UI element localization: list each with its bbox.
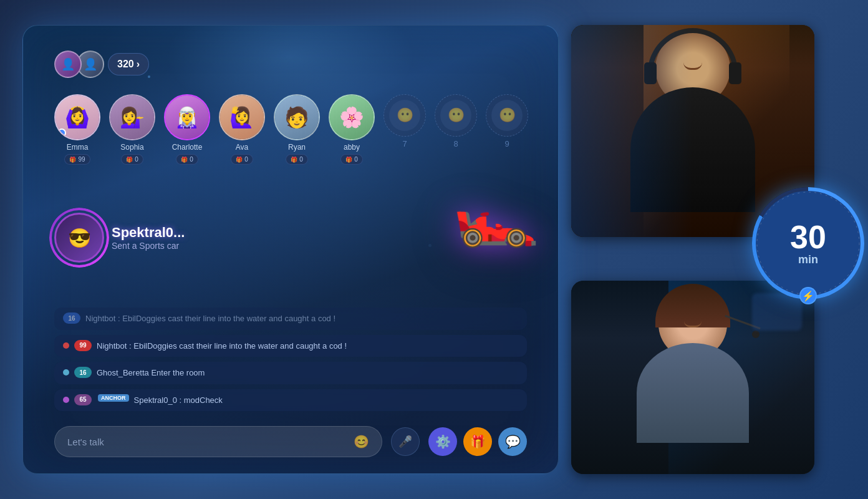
timer-value: 30 [790, 221, 826, 253]
badge-count-charlotte: 0 [190, 156, 193, 163]
placeholder-inner-7: 😶 [389, 100, 420, 131]
user-slot-9[interactable]: 😶 9 [486, 94, 528, 148]
user-ava[interactable]: 🙋‍♀️ Ava 🎁 0 [219, 94, 265, 165]
viewer-avatar-1: 👤 [54, 51, 82, 78]
chat-message-2: 99 Nightbot : EbilDoggies cast their lin… [54, 335, 527, 357]
user-emma[interactable]: 🙆‍♀️ Emma 🎁 99 [54, 94, 100, 165]
avatar-ryan: 🧑 [274, 94, 320, 140]
headphone-right [729, 62, 741, 84]
viewer-count-badge[interactable]: 320 › [108, 53, 149, 75]
level-number-1: 16 [68, 315, 75, 322]
gift-button[interactable]: 🎁 [463, 427, 492, 456]
user-badge-ryan: 🎁 0 [286, 154, 308, 165]
chat-input-wrapper[interactable]: Let's talk 😊 [54, 426, 382, 457]
avatar-placeholder-7: 😶 [383, 94, 426, 137]
chat-text-3: Ghost_Beretta Enter the room [97, 367, 205, 379]
chat-area: 16 Nightbot : EbilDoggies cast their lin… [54, 308, 527, 411]
photo-panel-bottom [571, 281, 814, 474]
photo-bottom-background [571, 281, 814, 474]
gift-icon-emma: 🎁 [69, 157, 76, 163]
user-abby[interactable]: 🌸 abby 🎁 0 [329, 94, 375, 165]
headset-mic [752, 331, 760, 338]
slot-number-8: 8 [453, 139, 458, 148]
action-buttons: ⚙️ 🎁 💬 [428, 427, 527, 456]
level-number-3: 16 [79, 369, 86, 376]
user-name-sophia: Sophia [120, 143, 143, 152]
chat-text-2: Nightbot : EbilDoggies cast their line i… [97, 340, 347, 352]
user-name-emma: Emma [67, 143, 89, 152]
gift-icon-ryan: 🎁 [291, 157, 297, 163]
car-visual: 🏎️ [454, 175, 539, 244]
user-badge-ava: 🎁 0 [231, 154, 253, 165]
gift-icon-charlotte: 🎁 [181, 157, 188, 163]
timer-unit: min [798, 253, 818, 266]
avatars-row: 🙆‍♀️ Emma 🎁 99 💁‍♀️ Sophia 🎁 0 [54, 94, 528, 165]
stream-panel: 👤 👤 320 › 🙆‍♀️ Emma 🎁 99 [22, 25, 559, 474]
user-slot-8[interactable]: 😶 8 [435, 94, 477, 148]
level-badge-2: 99 [74, 340, 92, 351]
chat-message-3: 16 Ghost_Beretta Enter the room [54, 362, 527, 384]
viewer-count: 320 [117, 59, 134, 70]
avatar-ava: 🙋‍♀️ [219, 94, 265, 140]
avatar-placeholder-8: 😶 [435, 94, 477, 137]
timer-bolt: ⚡ [799, 287, 817, 304]
avatar-placeholder-9: 😶 [486, 94, 528, 137]
level-number-2: 99 [79, 342, 86, 349]
user-name-charlotte: Charlotte [172, 143, 203, 152]
chat-text-4: Spektral0_0 : modCheck [134, 394, 223, 407]
placeholder-inner-8: 😶 [440, 100, 471, 131]
slot-number-7: 7 [402, 139, 407, 148]
gift-action-text: Sent a Sports car [112, 241, 185, 251]
level-number-4: 65 [79, 396, 86, 403]
face-charlotte: 🧝‍♀️ [165, 95, 209, 139]
chat-message-4: 65 ANCHOR Spektral0_0 : modCheck [54, 389, 527, 412]
viewer-bar: 👤 👤 320 › [54, 51, 149, 78]
user-sophia[interactable]: 💁‍♀️ Sophia 🎁 0 [109, 94, 155, 165]
level-badge-1: 16 [63, 312, 80, 324]
user-charlotte[interactable]: 🧝‍♀️ Charlotte 🎁 0 [164, 94, 210, 165]
user-badge-sophia: 🎁 0 [121, 154, 143, 165]
user-name-ava: Ava [236, 143, 248, 152]
chat-text-1: Nightbot : EbilDoggies cast their line i… [85, 312, 335, 325]
person-body-bottom [637, 343, 749, 443]
mic-button[interactable]: 🎤 [391, 427, 420, 456]
gift-avatar-wrapper: 😎 [54, 213, 104, 263]
online-indicator-emma [57, 128, 66, 137]
badge-count-ava: 0 [244, 156, 248, 163]
user-badge-abby: 🎁 0 [340, 154, 363, 165]
user-ryan[interactable]: 🧑 Ryan 🎁 0 [274, 94, 320, 165]
gift-icon-abby: 🎁 [345, 157, 352, 163]
badge-count-sophia: 0 [135, 156, 138, 163]
badge-count-abby: 0 [354, 156, 358, 163]
avatar-sophia: 💁‍♀️ [109, 94, 155, 140]
level-badge-4: 65 [74, 394, 92, 405]
right-panels: 30 min ⚡ [571, 25, 846, 474]
user-badge-charlotte: 🎁 0 [176, 154, 198, 165]
face-ava: 🙋‍♀️ [220, 95, 264, 139]
emoji-button[interactable]: 😊 [354, 434, 369, 449]
timer-overlay: 30 min ⚡ [752, 187, 864, 299]
face-ryan: 🧑 [275, 95, 319, 139]
gift-icon-sophia: 🎁 [126, 157, 133, 163]
user-name-abby: abby [344, 143, 360, 152]
face-abby: 🌸 [330, 95, 374, 139]
face-sophia: 💁‍♀️ [110, 95, 154, 139]
badge-count-emma: 99 [78, 156, 85, 163]
settings-button[interactable]: ⚙️ [428, 427, 457, 456]
gift-sender-info: 😎 Spektral0... Sent a Sports car [54, 213, 185, 263]
placeholder-inner-9: 😶 [491, 100, 523, 131]
gift-icon-ava: 🎁 [236, 157, 243, 163]
user-slot-7[interactable]: 😶 7 [383, 94, 426, 148]
viewer-chevron: › [137, 59, 140, 70]
chat-dot-3 [63, 369, 69, 375]
anchor-badge: ANCHOR [98, 394, 129, 402]
avatar-abby: 🌸 [329, 94, 375, 140]
chat-input-placeholder: Let's talk [67, 437, 104, 447]
main-container: 👤 👤 320 › 🙆‍♀️ Emma 🎁 99 [22, 19, 846, 480]
avatar-emma: 🙆‍♀️ [54, 94, 100, 140]
input-bar: Let's talk 😊 🎤 ⚙️ 🎁 💬 [54, 426, 527, 457]
gift-avatar-ring [49, 208, 109, 268]
chat-button[interactable]: 💬 [498, 427, 527, 456]
slot-number-9: 9 [504, 139, 509, 148]
user-badge-emma: 🎁 99 [64, 154, 90, 165]
